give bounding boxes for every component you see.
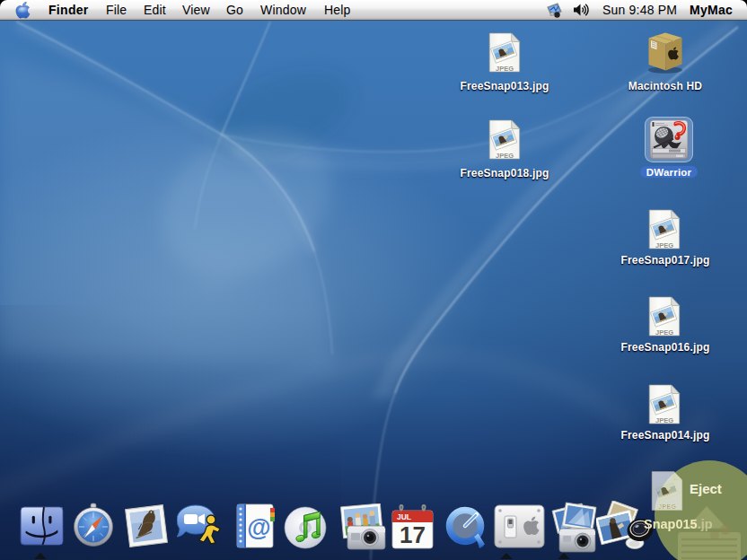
svg-text:JUL: JUL <box>397 512 411 521</box>
svg-text:17: 17 <box>400 521 426 548</box>
svg-text:@: @ <box>247 514 270 541</box>
